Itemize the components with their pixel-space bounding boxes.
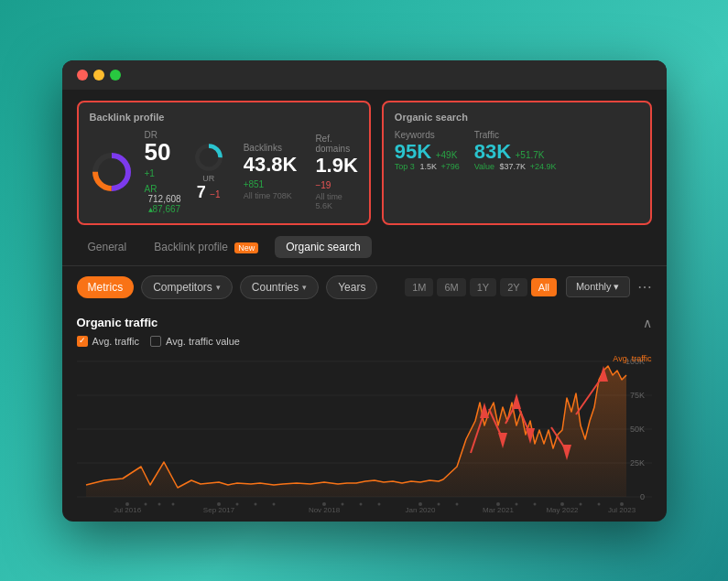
traffic-chart: 100K 75K 50K 25K 0: [77, 352, 652, 522]
svg-point-37: [171, 502, 174, 505]
svg-point-51: [533, 502, 536, 505]
collapse-icon[interactable]: ∧: [643, 316, 652, 330]
svg-point-48: [455, 502, 458, 505]
svg-text:May 2022: May 2022: [546, 506, 579, 514]
time-6m-btn[interactable]: 6M: [437, 278, 465, 296]
metrics-area: Backlink profile DR 50 +1: [62, 90, 667, 236]
chart-section: Organic traffic ∧ ✓ Avg. traffic Avg. tr…: [62, 308, 667, 522]
avg-traffic-value-checkbox[interactable]: [150, 336, 161, 347]
checkmark-icon: ✓: [79, 337, 86, 345]
ur-delta: −1: [210, 189, 220, 199]
svg-text:Mar 2021: Mar 2021: [483, 506, 514, 514]
chart-section-header: Organic traffic ∧: [77, 316, 652, 330]
chart-avg-traffic-label: Avg. traffic: [613, 354, 651, 363]
tab-backlink-label: Backlink profile: [154, 241, 228, 253]
close-button[interactable]: [77, 70, 88, 81]
value-label: Value: [474, 162, 494, 171]
chart-container: Avg. traffic 100K 75K 50K 25K 0: [77, 352, 652, 522]
more-options-icon[interactable]: ⋯: [637, 278, 652, 296]
top3-value: 1.5K: [419, 162, 437, 171]
dr-metric: DR 50 +1 AR 712,608 ▴87,667: [145, 130, 181, 214]
svg-point-34: [125, 502, 129, 506]
time-group: 1M 6M 1Y 2Y All Monthly ▾ ⋯: [405, 276, 651, 297]
ur-metric: UR 7 −1: [192, 141, 225, 202]
svg-text:Nov 2018: Nov 2018: [308, 506, 340, 514]
svg-point-55: [620, 502, 624, 506]
svg-point-50: [515, 502, 517, 505]
countries-label: Countries: [252, 281, 299, 294]
time-all-btn[interactable]: All: [531, 278, 557, 296]
filter-row: Metrics Competitors ▾ Countries ▾ Years …: [62, 266, 667, 308]
keywords-value: 95K: [395, 140, 431, 163]
competitors-chevron-icon: ▾: [216, 283, 221, 292]
legend-avg-traffic-value[interactable]: Avg. traffic value: [150, 336, 240, 347]
top3-sub: Top 3 1.5K +796: [395, 162, 460, 171]
ur-label: UR: [202, 174, 214, 183]
traffic-label: Traffic: [474, 130, 557, 140]
chart-title: Organic traffic: [77, 316, 158, 329]
years-filter-btn[interactable]: Years: [326, 275, 377, 299]
traffic-lights: [77, 70, 121, 81]
time-2y-btn[interactable]: 2Y: [500, 278, 527, 296]
ref-domains-sub: All time 5.6K: [315, 192, 357, 210]
backlink-profile-title: Backlink profile: [90, 112, 358, 123]
tab-general[interactable]: General: [77, 236, 138, 258]
tab-backlink-profile[interactable]: Backlink profile New: [143, 236, 269, 258]
svg-point-46: [418, 502, 422, 506]
svg-point-35: [144, 502, 147, 505]
ar-metric: AR 712,608 ▴87,667: [145, 184, 181, 214]
ar-delta: ▴87,667: [148, 204, 181, 214]
svg-point-54: [597, 502, 600, 505]
value-delta: +24.9K: [530, 162, 557, 171]
svg-text:Jul 2023: Jul 2023: [607, 506, 636, 514]
svg-point-40: [254, 502, 256, 505]
maximize-button[interactable]: [110, 70, 121, 81]
backlink-profile-row: DR 50 +1 AR 712,608 ▴87,667: [90, 130, 358, 214]
ref-domains-delta: −19: [315, 180, 331, 190]
tabs-row: General Backlink profile New Organic sea…: [62, 236, 667, 266]
countries-filter-btn[interactable]: Countries ▾: [240, 275, 319, 299]
ref-domains-metric: Ref. domains 1.9K −19 All time 5.6K: [315, 134, 357, 210]
svg-point-53: [579, 502, 581, 505]
keywords-delta: +49K: [436, 150, 458, 160]
backlink-profile-card: Backlink profile DR 50 +1: [77, 101, 371, 225]
main-window: Backlink profile DR 50 +1: [62, 60, 667, 522]
svg-text:50K: 50K: [629, 425, 644, 434]
svg-point-39: [235, 502, 238, 505]
new-badge: New: [234, 242, 258, 253]
backlinks-value: 43.8K: [244, 153, 298, 176]
monthly-btn[interactable]: Monthly ▾: [566, 276, 630, 297]
time-1m-btn[interactable]: 1M: [405, 278, 433, 296]
ar-label: AR: [145, 184, 158, 194]
countries-chevron-icon: ▾: [302, 283, 307, 292]
svg-point-44: [359, 502, 362, 505]
svg-text:Jan 2020: Jan 2020: [405, 506, 435, 514]
dr-value: 50: [145, 138, 171, 166]
svg-point-52: [560, 502, 564, 506]
svg-point-41: [272, 502, 275, 505]
value-sub: Value $37.7K +24.9K: [474, 162, 557, 171]
legend-avg-traffic[interactable]: ✓ Avg. traffic: [77, 336, 140, 347]
svg-point-49: [496, 502, 500, 506]
dr-delta: +1: [145, 168, 155, 178]
competitors-label: Competitors: [153, 281, 212, 294]
metrics-filter-btn[interactable]: Metrics: [77, 276, 135, 298]
svg-marker-20: [512, 393, 521, 409]
organic-search-title: Organic search: [395, 112, 639, 123]
time-1y-btn[interactable]: 1Y: [470, 278, 496, 296]
minimize-button[interactable]: [93, 70, 104, 81]
value-value: $37.7K: [500, 162, 527, 171]
competitors-filter-btn[interactable]: Competitors ▾: [141, 275, 233, 299]
traffic-metric: Traffic 83K +51.7K Value $37.7K +24.9K: [474, 130, 557, 171]
avg-traffic-checkbox[interactable]: ✓: [77, 336, 88, 347]
svg-text:Sep 2017: Sep 2017: [202, 506, 234, 514]
svg-point-42: [322, 502, 326, 506]
ref-domains-label: Ref. domains: [315, 134, 357, 154]
keywords-metric: Keywords 95K +49K Top 3 1.5K +796: [395, 130, 460, 171]
tab-organic-search[interactable]: Organic search: [275, 236, 371, 258]
backlinks-delta: +851: [244, 179, 265, 189]
top3-delta: +796: [440, 162, 459, 171]
legend-row: ✓ Avg. traffic Avg. traffic value: [77, 336, 652, 347]
svg-text:25K: 25K: [629, 458, 644, 468]
top3-label: Top 3: [395, 162, 415, 171]
